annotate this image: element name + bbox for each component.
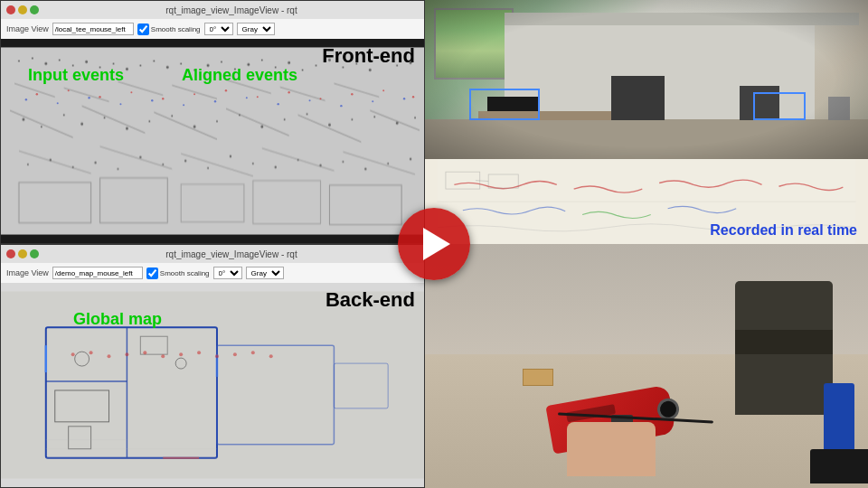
svg-point-58: [328, 124, 331, 127]
svg-point-6: [85, 61, 88, 63]
svg-point-142: [179, 352, 183, 356]
aligned-events-label: Aligned events: [182, 66, 297, 85]
svg-point-78: [139, 156, 141, 158]
room-floor: [425, 119, 868, 159]
svg-point-2: [32, 57, 33, 59]
svg-point-54: [239, 114, 241, 116]
svg-point-77: [117, 168, 118, 170]
svg-point-106: [88, 97, 90, 99]
backend-rotation-select[interactable]: 0°: [213, 267, 242, 279]
svg-point-4: [59, 59, 61, 61]
backend-minimize-button[interactable]: [18, 249, 27, 258]
backend-image-view-label: Image View: [6, 268, 49, 277]
svg-point-96: [193, 93, 195, 95]
backend-window-title: rqt_image_view_ImageView - rqt: [44, 249, 419, 259]
svg-point-95: [162, 98, 164, 99]
svg-point-82: [230, 155, 231, 157]
svg-point-45: [41, 126, 42, 127]
svg-point-9: [126, 68, 128, 70]
svg-point-103: [412, 96, 414, 98]
svg-point-93: [99, 96, 100, 98]
svg-point-53: [216, 120, 218, 122]
svg-point-3: [44, 62, 47, 65]
svg-point-146: [251, 351, 255, 354]
room-window: [434, 8, 514, 80]
svg-point-27: [369, 69, 372, 71]
svg-point-46: [63, 114, 65, 116]
smooth-scaling-checkbox[interactable]: [137, 23, 149, 35]
backend-label: Back-end: [326, 288, 415, 312]
lab-chair-seat: [735, 330, 833, 354]
svg-point-22: [302, 69, 304, 70]
frontend-panel: rqt_image_view_ImageView - rqt Image Vie…: [0, 0, 425, 244]
svg-point-13: [180, 62, 182, 64]
svg-point-145: [233, 352, 237, 356]
svg-point-107: [119, 103, 121, 105]
svg-point-108: [151, 99, 153, 101]
recorded-label: Recorded in real time: [710, 222, 857, 239]
svg-point-137: [90, 351, 93, 354]
svg-point-109: [183, 104, 184, 106]
frontend-window-bar: rqt_image_view_ImageView - rqt: [1, 1, 424, 19]
svg-point-102: [382, 89, 384, 91]
svg-point-88: [364, 168, 366, 170]
svg-point-144: [215, 354, 219, 358]
svg-point-1: [18, 60, 20, 61]
svg-point-52: [193, 126, 196, 128]
svg-point-79: [162, 164, 164, 165]
svg-point-112: [277, 103, 278, 105]
minimize-button[interactable]: [18, 5, 27, 14]
svg-point-55: [260, 126, 263, 128]
backend-color-select[interactable]: Gray: [246, 267, 284, 279]
svg-point-101: [351, 93, 353, 95]
smooth-scaling-check[interactable]: Smooth scaling: [137, 23, 201, 35]
room-simulation: [425, 0, 868, 159]
svg-point-47: [80, 123, 83, 126]
backend-smooth-scaling-label: Smooth scaling: [160, 269, 210, 277]
svg-point-114: [340, 105, 342, 107]
bottomright-panel: [425, 244, 868, 488]
play-button[interactable]: [398, 208, 470, 280]
hand: [567, 422, 656, 475]
backend-topic-input[interactable]: [52, 267, 143, 279]
svg-point-48: [104, 117, 106, 118]
global-map-label: Global map: [73, 310, 162, 329]
svg-point-143: [197, 351, 201, 354]
svg-point-110: [214, 100, 216, 102]
svg-point-92: [68, 89, 70, 91]
close-button[interactable]: [6, 5, 15, 14]
play-icon: [423, 228, 450, 260]
svg-point-98: [257, 96, 259, 98]
frontend-label: Front-end: [322, 44, 415, 68]
backend-panel: rqt_image_view_ImageView - rqt Image Vie…: [0, 244, 425, 488]
svg-point-59: [351, 118, 353, 120]
topic-input[interactable]: [52, 23, 134, 35]
backend-maximize-button[interactable]: [30, 249, 39, 258]
svg-point-105: [57, 102, 59, 104]
backend-smooth-scaling-check[interactable]: Smooth scaling: [146, 267, 210, 279]
svg-point-140: [143, 351, 146, 354]
backend-close-button[interactable]: [6, 249, 15, 258]
backend-toolbar: Image View Smooth scaling 0° Gray: [1, 263, 424, 283]
color-select[interactable]: Gray: [237, 23, 275, 35]
svg-point-113: [309, 99, 311, 101]
window-controls: [6, 5, 39, 14]
svg-point-97: [225, 89, 227, 91]
lab-photo: [425, 244, 868, 488]
input-events-label: Input events: [28, 66, 124, 85]
svg-point-10: [139, 64, 141, 66]
svg-point-111: [246, 97, 248, 99]
svg-point-91: [36, 93, 38, 95]
rotation-select[interactable]: 0°: [204, 23, 233, 35]
svg-point-83: [252, 163, 254, 164]
svg-point-74: [50, 159, 52, 161]
svg-point-94: [130, 91, 132, 93]
maximize-button[interactable]: [30, 5, 39, 14]
backend-smooth-scaling-checkbox[interactable]: [146, 267, 158, 279]
backend-window-controls: [6, 249, 39, 258]
lab-equipment-box: [824, 383, 854, 452]
svg-point-73: [27, 164, 29, 165]
svg-point-139: [125, 352, 128, 356]
svg-point-60: [373, 116, 375, 117]
svg-point-57: [307, 113, 308, 115]
